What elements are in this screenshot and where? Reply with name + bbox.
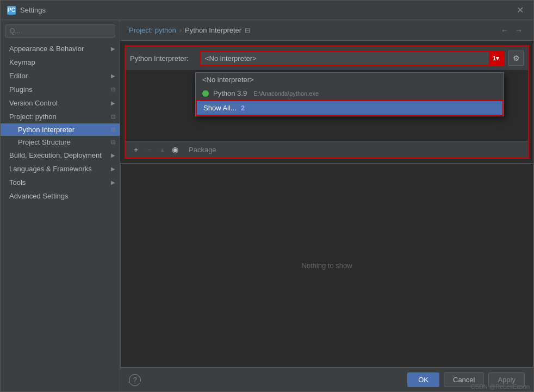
sidebar-python-interpreter-label: Python Interpreter [18,126,74,134]
sidebar-editor-expand-icon: ▶ [111,73,115,79]
sidebar-item-version-control[interactable]: Version Control ▶ [1,96,120,110]
title-bar: PC Settings ✕ [1,1,533,20]
dropdown-arrow-button[interactable]: 1▾ [489,52,503,65]
breadcrumb: Project: python › Python Interpreter ⊟ [129,26,250,34]
sidebar-project-icon: ⊡ [111,114,115,120]
nav-arrows: ← → [499,25,525,36]
sidebar-project-structure-label: Project Structure [18,138,71,146]
remove-package-button[interactable]: − [143,144,155,155]
title-bar-left: PC Settings [7,6,46,15]
gear-button[interactable]: ⚙ [508,51,524,66]
sidebar-item-keymap-label: Keymap [9,58,35,66]
help-button[interactable]: ? [129,374,141,386]
ok-button[interactable]: OK [407,372,439,387]
sidebar-item-appearance[interactable]: Appearance & Behavior ▶ [1,42,120,55]
interpreter-label: Python Interpreter: [130,54,195,63]
content-area: Appearance & Behavior ▶ Keymap Editor ▶ … [1,20,533,391]
sidebar-plugins-icon: ⊡ [111,86,115,92]
show-all-number: 2 [241,104,245,112]
sidebar-tools-expand-icon: ▶ [111,179,115,185]
sidebar-item-project-label: Project: python [9,113,57,121]
main-content-area: Python Interpreter: <No interpreter> 1▾ … [120,41,533,368]
sidebar-item-keymap[interactable]: Keymap [1,55,120,69]
breadcrumb-icon: ⊟ [245,27,250,34]
sidebar-item-advanced-settings[interactable]: Advanced Settings [1,189,120,203]
sidebar-item-build[interactable]: Build, Execution, Deployment ▶ [1,148,120,162]
show-all-label: Show All... [203,104,237,112]
show-all-button[interactable]: Show All... 2 [196,100,504,116]
main-header: Project: python › Python Interpreter ⊟ ←… [120,20,533,41]
dropdown-item-python39[interactable]: Python 3.9 E:\Anaconda\python.exe [196,86,504,100]
breadcrumb-separator: › [179,26,182,34]
app-icon: PC [7,6,16,15]
sidebar-build-expand-icon: ▶ [111,152,115,158]
sidebar-item-editor-label: Editor [9,72,28,80]
nav-back-button[interactable]: ← [499,25,511,36]
sidebar-item-languages-label: Languages & Frameworks [9,165,92,173]
python-version-label: Python 3.9 [213,89,247,97]
close-button[interactable]: ✕ [513,4,527,16]
sidebar-item-version-control-label: Version Control [9,99,58,107]
up-package-button[interactable]: ▴ [156,144,168,155]
sidebar-vc-expand-icon: ▶ [111,100,115,106]
sidebar-item-plugins[interactable]: Plugins ⊡ [1,83,120,96]
show-details-button[interactable]: ◉ [169,144,181,155]
sidebar-item-tools-label: Tools [9,178,26,186]
breadcrumb-page: Python Interpreter [185,26,241,34]
table-body: Nothing to show [120,163,533,368]
interpreter-dropdown-popup: <No interpreter> Python 3.9 E:\Anaconda\… [195,72,504,116]
sidebar-expand-icon: ▶ [111,46,115,52]
sidebar-item-editor[interactable]: Editor ▶ [1,69,120,83]
sidebar-project-struct-icon: ⊡ [111,139,115,145]
sidebar-item-languages[interactable]: Languages & Frameworks ▶ [1,162,120,176]
python-path-label: E:\Anaconda\python.exe [253,90,319,97]
empty-table-label: Nothing to show [301,262,352,270]
sidebar-item-plugins-label: Plugins [9,85,33,94]
python-status-icon [202,90,209,97]
search-input[interactable] [5,24,115,38]
nav-forward-button[interactable]: → [513,25,525,36]
sidebar-py-interp-icon: ⊡ [111,127,115,133]
settings-dialog: PC Settings ✕ Appearance & Behavior ▶ Ke… [0,0,534,392]
main-panel: Project: python › Python Interpreter ⊟ ←… [120,20,533,391]
package-column-header: Package [189,146,216,154]
sidebar: Appearance & Behavior ▶ Keymap Editor ▶ … [1,20,120,391]
sidebar-item-appearance-label: Appearance & Behavior [9,45,84,53]
sidebar-item-build-label: Build, Execution, Deployment [9,151,102,159]
sidebar-item-tools[interactable]: Tools ▶ [1,176,120,189]
dialog-title: Settings [20,6,46,14]
sidebar-item-project-python[interactable]: Project: python ⊡ [1,110,120,123]
interpreter-dropdown-display[interactable]: <No interpreter> [201,52,503,65]
dropdown-item-no-interpreter[interactable]: <No interpreter> [196,73,504,86]
breadcrumb-project[interactable]: Project: python [129,26,176,34]
sidebar-advanced-settings-label: Advanced Settings [9,192,68,200]
sidebar-item-project-structure[interactable]: Project Structure ⊡ [1,136,120,148]
sidebar-item-python-interpreter[interactable]: Python Interpreter ⊡ [1,123,120,136]
sidebar-lang-expand-icon: ▶ [111,166,115,172]
add-package-button[interactable]: + [130,144,142,155]
watermark: CSDN @ReLesEason [471,383,530,390]
